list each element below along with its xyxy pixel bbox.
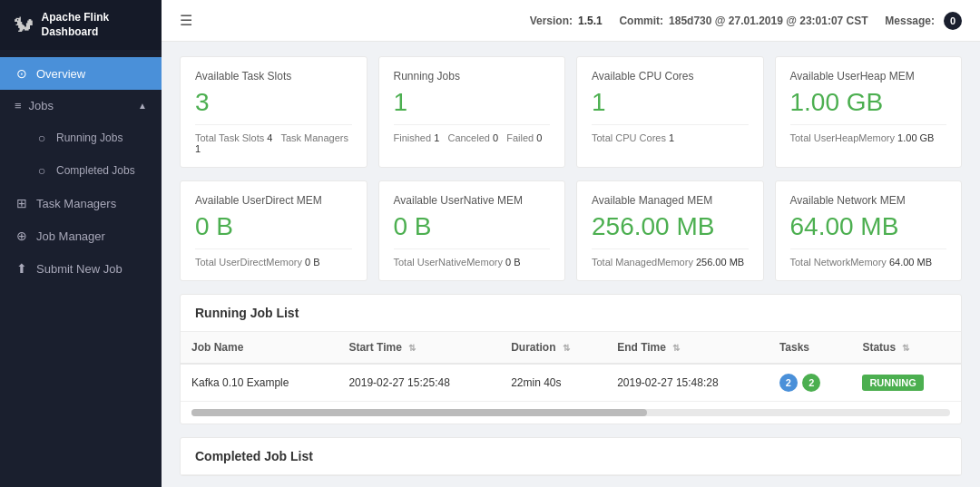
sidebar-item-task-managers-label: Task Managers bbox=[36, 197, 116, 210]
stat-card-userheap-mem: Available UserHeap MEM 1.00 GB Total Use… bbox=[775, 56, 963, 168]
stat-footer-network-mem: Total NetworkMemory 64.00 MB bbox=[790, 248, 947, 268]
scrollbar-area bbox=[181, 402, 961, 424]
stat-card-task-slots: Available Task Slots 3 Total Task Slots … bbox=[180, 56, 368, 168]
cell-start-time: 2019-02-27 15:25:48 bbox=[338, 364, 500, 402]
stat-card-cpu-cores: Available CPU Cores 1 Total CPU Cores 1 bbox=[576, 56, 764, 168]
sidebar-item-overview[interactable]: ⊙ Overview bbox=[0, 57, 162, 90]
stat-footer-managed-mem: Total ManagedMemory 256.00 MB bbox=[592, 248, 749, 268]
app-title: Apache Flink Dashboard bbox=[42, 11, 149, 39]
message-badge[interactable]: 0 bbox=[944, 12, 962, 30]
sidebar-item-overview-label: Overview bbox=[36, 67, 85, 81]
jobs-submenu: ○ Running Jobs ○ Completed Jobs bbox=[0, 122, 162, 187]
stat-value-managed-mem: 256.00 MB bbox=[592, 214, 749, 239]
stat-card-userdirect-mem: Available UserDirect MEM 0 B Total UserD… bbox=[180, 180, 368, 281]
scrollbar-thumb bbox=[191, 409, 647, 416]
sidebar-item-running-jobs[interactable]: ○ Running Jobs bbox=[0, 122, 162, 154]
col-job-name[interactable]: Job Name bbox=[181, 332, 338, 364]
stat-total-managed: 256.00 MB bbox=[696, 257, 744, 268]
stat-total-usernative: 0 B bbox=[505, 257, 521, 268]
completed-jobs-icon: ○ bbox=[34, 163, 49, 178]
stat-card-usernative-mem: Available UserNative MEM 0 B Total UserN… bbox=[378, 180, 566, 281]
stat-label-managed-mem: Available Managed MEM bbox=[592, 194, 749, 207]
stat-task-managers: 1 bbox=[195, 143, 201, 154]
cell-tasks: 2 2 bbox=[769, 364, 852, 402]
stat-value-usernative-mem: 0 B bbox=[394, 214, 551, 239]
stat-value-task-slots: 3 bbox=[195, 90, 352, 115]
stat-footer-userheap-mem: Total UserHeapMemory 1.00 GB bbox=[790, 124, 947, 143]
cell-end-time: 2019-02-27 15:48:28 bbox=[606, 364, 769, 402]
stat-total-task-slots: 4 bbox=[267, 132, 272, 143]
stat-footer-cpu-cores: Total CPU Cores 1 bbox=[592, 124, 749, 143]
main-content: ☰ Version: 1.5.1 Commit: 185d730 @ 27.01… bbox=[162, 0, 980, 487]
stat-card-network-mem: Available Network MEM 64.00 MB Total Net… bbox=[775, 180, 963, 281]
sidebar-item-completed-jobs[interactable]: ○ Completed Jobs bbox=[0, 154, 162, 187]
cell-job-name: Kafka 0.10 Example bbox=[181, 364, 338, 402]
topbar: ☰ Version: 1.5.1 Commit: 185d730 @ 27.01… bbox=[162, 0, 980, 42]
stat-footer-usernative-mem: Total UserNativeMemory 0 B bbox=[394, 248, 551, 268]
task-managers-icon: ⊞ bbox=[15, 196, 29, 210]
col-duration[interactable]: Duration ⇅ bbox=[500, 332, 606, 364]
stat-value-network-mem: 64.00 MB bbox=[790, 214, 947, 239]
horizontal-scrollbar[interactable] bbox=[191, 409, 950, 416]
status-badge: RUNNING bbox=[862, 375, 923, 391]
sidebar-item-completed-jobs-label: Completed Jobs bbox=[56, 164, 135, 177]
stat-label-running-jobs: Running Jobs bbox=[394, 70, 551, 83]
stat-total-network: 64.00 MB bbox=[889, 257, 932, 268]
sort-duration-icon: ⇅ bbox=[563, 343, 570, 353]
commit-value: 185d730 @ 27.01.2019 @ 23:01:07 CST bbox=[669, 15, 868, 27]
stat-footer-running-jobs: Finished 1 Canceled 0 Failed 0 bbox=[394, 124, 551, 143]
jobs-icon: ≡ bbox=[15, 99, 22, 112]
stat-total-cpu: 1 bbox=[669, 132, 674, 143]
stat-card-managed-mem: Available Managed MEM 256.00 MB Total Ma… bbox=[576, 180, 764, 281]
sidebar-item-submit-job[interactable]: ⬆ Submit New Job bbox=[0, 252, 162, 285]
task-badge-green: 2 bbox=[802, 374, 820, 392]
sort-end-time-icon: ⇅ bbox=[672, 343, 680, 353]
message-label: Message: bbox=[885, 15, 935, 27]
table-row[interactable]: Kafka 0.10 Example 2019-02-27 15:25:48 2… bbox=[181, 364, 961, 402]
running-job-list-title: Running Job List bbox=[181, 295, 961, 332]
stat-value-userdirect-mem: 0 B bbox=[195, 214, 352, 239]
col-end-time[interactable]: End Time ⇅ bbox=[606, 332, 769, 364]
table-header-row: Job Name Start Time ⇅ Duration ⇅ End Tim… bbox=[181, 332, 961, 364]
col-start-time[interactable]: Start Time ⇅ bbox=[338, 332, 500, 364]
sidebar-item-submit-job-label: Submit New Job bbox=[36, 262, 122, 276]
stat-card-running-jobs: Running Jobs 1 Finished 1 Canceled 0 Fai… bbox=[378, 56, 566, 168]
stat-label-cpu-cores: Available CPU Cores bbox=[592, 70, 749, 83]
task-badge-blue: 2 bbox=[779, 374, 798, 392]
sidebar-item-job-manager-label: Job Manager bbox=[36, 229, 105, 243]
stat-footer-userdirect-mem: Total UserDirectMemory 0 B bbox=[195, 248, 352, 268]
menu-toggle-icon[interactable]: ☰ bbox=[180, 12, 192, 29]
stat-value-running-jobs: 1 bbox=[394, 90, 551, 115]
stat-label-userheap-mem: Available UserHeap MEM bbox=[790, 70, 947, 83]
version-value: 1.5.1 bbox=[578, 15, 603, 27]
sidebar-item-running-jobs-label: Running Jobs bbox=[56, 131, 122, 144]
stat-value-cpu-cores: 1 bbox=[592, 90, 749, 115]
jobs-expand-icon: ▲ bbox=[138, 101, 147, 111]
sidebar-item-job-manager[interactable]: ⊕ Job Manager bbox=[0, 219, 162, 252]
app-logo: 🐿 bbox=[13, 13, 34, 38]
cell-duration: 22min 40s bbox=[500, 364, 606, 402]
running-job-list-section: Running Job List Job Name Start Time ⇅ D… bbox=[180, 294, 962, 424]
sidebar-item-task-managers[interactable]: ⊞ Task Managers bbox=[0, 187, 162, 219]
sidebar-item-jobs[interactable]: ≡ Jobs ▲ bbox=[0, 90, 162, 122]
commit-label: Commit: bbox=[619, 15, 663, 27]
overview-icon: ⊙ bbox=[15, 66, 29, 81]
stats-row-2: Available UserDirect MEM 0 B Total UserD… bbox=[180, 180, 962, 281]
version-label: Version: bbox=[530, 15, 573, 27]
dashboard-content: Available Task Slots 3 Total Task Slots … bbox=[162, 42, 980, 487]
stat-footer-task-slots: Total Task Slots 4 Task Managers 1 bbox=[195, 124, 352, 154]
completed-job-list-title: Completed Job List bbox=[181, 438, 961, 475]
stat-value-userheap-mem: 1.00 GB bbox=[790, 90, 947, 115]
col-tasks[interactable]: Tasks bbox=[769, 332, 852, 364]
col-status[interactable]: Status ⇅ bbox=[851, 332, 961, 364]
stat-failed: 0 bbox=[536, 132, 542, 143]
submit-job-icon: ⬆ bbox=[15, 261, 29, 276]
stat-label-task-slots: Available Task Slots bbox=[195, 70, 352, 83]
sidebar-nav: ⊙ Overview ≡ Jobs ▲ ○ Running Jobs ○ Com… bbox=[0, 50, 162, 487]
topbar-right: Version: 1.5.1 Commit: 185d730 @ 27.01.2… bbox=[530, 12, 962, 30]
stat-total-userheap: 1.00 GB bbox=[897, 132, 934, 143]
completed-job-list-section: Completed Job List bbox=[180, 437, 962, 476]
running-jobs-table-head: Job Name Start Time ⇅ Duration ⇅ End Tim… bbox=[181, 332, 961, 364]
stat-label-network-mem: Available Network MEM bbox=[790, 194, 947, 207]
job-manager-icon: ⊕ bbox=[15, 229, 29, 243]
